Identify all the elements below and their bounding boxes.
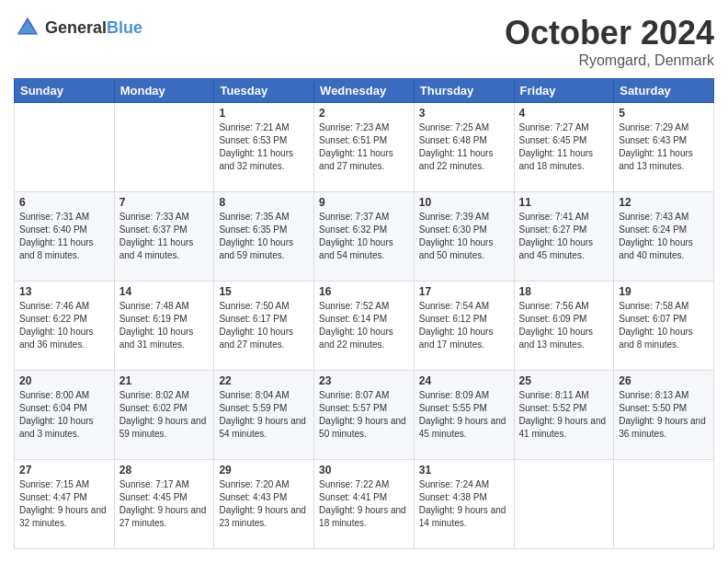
cell-1-5: 3Sunrise: 7:25 AMSunset: 6:48 PMDaylight…	[414, 103, 514, 192]
month-title: October 2024	[505, 14, 714, 52]
header: GeneralBlue October 2024 Ryomgard, Denma…	[14, 14, 714, 69]
day-number: 18	[519, 285, 609, 298]
day-detail: Sunrise: 8:11 AMSunset: 5:52 PMDaylight:…	[519, 389, 609, 441]
day-number: 16	[319, 285, 409, 298]
cell-1-6: 4Sunrise: 7:27 AMSunset: 6:45 PMDaylight…	[514, 103, 614, 192]
day-detail: Sunrise: 8:13 AMSunset: 5:50 PMDaylight:…	[619, 389, 709, 441]
col-thursday: Thursday	[414, 79, 514, 103]
day-number: 3	[419, 107, 509, 120]
day-detail: Sunrise: 7:24 AMSunset: 4:38 PMDaylight:…	[419, 478, 509, 530]
day-number: 8	[219, 196, 309, 209]
cell-3-6: 18Sunrise: 7:56 AMSunset: 6:09 PMDayligh…	[514, 282, 614, 371]
day-number: 6	[19, 196, 109, 209]
day-detail: Sunrise: 7:48 AMSunset: 6:19 PMDaylight:…	[119, 300, 210, 351]
day-detail: Sunrise: 7:25 AMSunset: 6:48 PMDaylight:…	[419, 121, 509, 173]
col-tuesday: Tuesday	[214, 79, 314, 103]
cell-3-7: 19Sunrise: 7:58 AMSunset: 6:07 PMDayligh…	[614, 282, 714, 371]
cell-4-7: 26Sunrise: 8:13 AMSunset: 5:50 PMDayligh…	[614, 371, 714, 460]
day-number: 14	[119, 285, 210, 298]
day-number: 25	[519, 374, 609, 387]
day-number: 24	[419, 374, 509, 387]
day-number: 17	[419, 285, 509, 298]
day-detail: Sunrise: 8:07 AMSunset: 5:57 PMDaylight:…	[319, 389, 409, 441]
cell-2-7: 12Sunrise: 7:43 AMSunset: 6:24 PMDayligh…	[614, 192, 714, 282]
day-detail: Sunrise: 7:35 AMSunset: 6:35 PMDaylight:…	[219, 211, 309, 262]
cell-1-4: 2Sunrise: 7:23 AMSunset: 6:51 PMDaylight…	[314, 103, 415, 192]
cell-4-2: 21Sunrise: 8:02 AMSunset: 6:02 PMDayligh…	[114, 371, 214, 460]
cell-5-1: 27Sunrise: 7:15 AMSunset: 4:47 PMDayligh…	[15, 460, 115, 549]
col-friday: Friday	[514, 79, 614, 103]
cell-5-3: 29Sunrise: 7:20 AMSunset: 4:43 PMDayligh…	[214, 460, 314, 549]
day-number: 22	[219, 374, 309, 387]
day-number: 27	[19, 464, 109, 477]
cell-2-5: 10Sunrise: 7:39 AMSunset: 6:30 PMDayligh…	[414, 192, 514, 282]
week-row-4: 20Sunrise: 8:00 AMSunset: 6:04 PMDayligh…	[15, 371, 714, 460]
day-number: 28	[119, 464, 210, 477]
cell-4-1: 20Sunrise: 8:00 AMSunset: 6:04 PMDayligh…	[15, 371, 115, 460]
page: GeneralBlue October 2024 Ryomgard, Denma…	[0, 0, 728, 563]
day-number: 26	[619, 374, 709, 387]
day-number: 12	[619, 196, 709, 209]
cell-4-4: 23Sunrise: 8:07 AMSunset: 5:57 PMDayligh…	[314, 371, 415, 460]
day-number: 7	[119, 196, 210, 209]
cell-3-5: 17Sunrise: 7:54 AMSunset: 6:12 PMDayligh…	[414, 282, 514, 371]
day-number: 10	[419, 196, 509, 209]
day-detail: Sunrise: 7:22 AMSunset: 4:41 PMDaylight:…	[319, 478, 409, 530]
day-detail: Sunrise: 8:02 AMSunset: 6:02 PMDaylight:…	[119, 389, 210, 441]
col-monday: Monday	[114, 79, 214, 103]
day-number: 31	[419, 464, 509, 477]
day-number: 13	[19, 285, 109, 298]
logo-general: General	[45, 18, 107, 37]
day-detail: Sunrise: 7:15 AMSunset: 4:47 PMDaylight:…	[19, 478, 109, 530]
day-number: 21	[119, 374, 210, 387]
col-wednesday: Wednesday	[314, 79, 415, 103]
cell-3-1: 13Sunrise: 7:46 AMSunset: 6:22 PMDayligh…	[15, 282, 115, 371]
day-number: 15	[219, 285, 309, 298]
logo: GeneralBlue	[14, 14, 142, 41]
cell-5-6	[514, 460, 614, 549]
day-number: 19	[619, 285, 709, 298]
day-detail: Sunrise: 7:33 AMSunset: 6:37 PMDaylight:…	[119, 211, 210, 262]
day-detail: Sunrise: 7:31 AMSunset: 6:40 PMDaylight:…	[19, 211, 109, 262]
cell-4-6: 25Sunrise: 8:11 AMSunset: 5:52 PMDayligh…	[514, 371, 614, 460]
day-detail: Sunrise: 8:04 AMSunset: 5:59 PMDaylight:…	[219, 389, 309, 441]
title-block: October 2024 Ryomgard, Denmark	[505, 14, 714, 69]
day-number: 20	[19, 374, 109, 387]
cell-1-7: 5Sunrise: 7:29 AMSunset: 6:43 PMDaylight…	[614, 103, 714, 192]
logo-icon	[14, 14, 41, 41]
cell-4-3: 22Sunrise: 8:04 AMSunset: 5:59 PMDayligh…	[214, 371, 314, 460]
cell-3-2: 14Sunrise: 7:48 AMSunset: 6:19 PMDayligh…	[114, 282, 214, 371]
logo-blue: Blue	[107, 18, 142, 37]
cell-1-2	[114, 103, 214, 192]
cell-5-2: 28Sunrise: 7:17 AMSunset: 4:45 PMDayligh…	[114, 460, 214, 549]
cell-2-4: 9Sunrise: 7:37 AMSunset: 6:32 PMDaylight…	[314, 192, 415, 282]
week-row-1: 1Sunrise: 7:21 AMSunset: 6:53 PMDaylight…	[15, 103, 714, 192]
day-detail: Sunrise: 7:50 AMSunset: 6:17 PMDaylight:…	[219, 300, 309, 351]
day-detail: Sunrise: 7:29 AMSunset: 6:43 PMDaylight:…	[619, 121, 709, 173]
cell-2-3: 8Sunrise: 7:35 AMSunset: 6:35 PMDaylight…	[214, 192, 314, 282]
cell-2-1: 6Sunrise: 7:31 AMSunset: 6:40 PMDaylight…	[15, 192, 115, 282]
day-detail: Sunrise: 7:54 AMSunset: 6:12 PMDaylight:…	[419, 300, 509, 351]
week-row-2: 6Sunrise: 7:31 AMSunset: 6:40 PMDaylight…	[15, 192, 714, 282]
cell-2-2: 7Sunrise: 7:33 AMSunset: 6:37 PMDaylight…	[114, 192, 214, 282]
calendar-header-row: Sunday Monday Tuesday Wednesday Thursday…	[15, 79, 714, 103]
day-number: 5	[619, 107, 709, 120]
cell-5-4: 30Sunrise: 7:22 AMSunset: 4:41 PMDayligh…	[314, 460, 415, 549]
day-number: 1	[219, 107, 309, 120]
cell-2-6: 11Sunrise: 7:41 AMSunset: 6:27 PMDayligh…	[514, 192, 614, 282]
day-detail: Sunrise: 7:52 AMSunset: 6:14 PMDaylight:…	[319, 300, 409, 351]
day-number: 2	[319, 107, 409, 120]
day-detail: Sunrise: 7:17 AMSunset: 4:45 PMDaylight:…	[119, 478, 210, 530]
day-detail: Sunrise: 7:37 AMSunset: 6:32 PMDaylight:…	[319, 211, 409, 262]
day-number: 11	[519, 196, 609, 209]
day-detail: Sunrise: 7:23 AMSunset: 6:51 PMDaylight:…	[319, 121, 409, 173]
day-number: 23	[319, 374, 409, 387]
day-detail: Sunrise: 7:46 AMSunset: 6:22 PMDaylight:…	[19, 300, 109, 351]
calendar-table: Sunday Monday Tuesday Wednesday Thursday…	[14, 78, 714, 549]
cell-3-4: 16Sunrise: 7:52 AMSunset: 6:14 PMDayligh…	[314, 282, 415, 371]
day-detail: Sunrise: 8:09 AMSunset: 5:55 PMDaylight:…	[419, 389, 509, 441]
cell-5-5: 31Sunrise: 7:24 AMSunset: 4:38 PMDayligh…	[414, 460, 514, 549]
week-row-3: 13Sunrise: 7:46 AMSunset: 6:22 PMDayligh…	[15, 282, 714, 371]
day-detail: Sunrise: 7:27 AMSunset: 6:45 PMDaylight:…	[519, 121, 609, 173]
day-detail: Sunrise: 7:20 AMSunset: 4:43 PMDaylight:…	[219, 478, 309, 530]
